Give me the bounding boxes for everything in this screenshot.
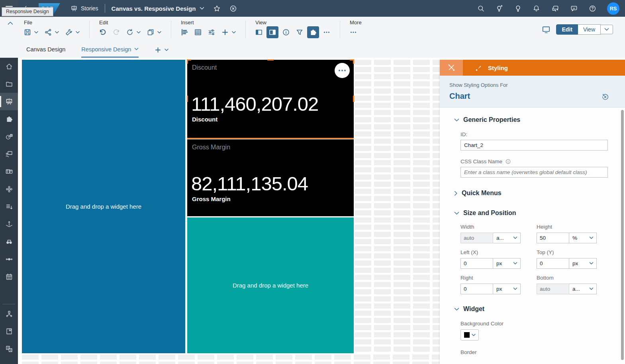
view-more-button[interactable]: [321, 26, 333, 38]
product-switch[interactable]: Stories: [71, 5, 98, 12]
undo-button[interactable]: [97, 26, 109, 38]
background-color-picker[interactable]: [460, 329, 479, 341]
height-unit-select[interactable]: %: [569, 233, 597, 243]
duplicate-button[interactable]: [145, 26, 157, 38]
nav-modeler[interactable]: [0, 180, 18, 198]
widget-more-actions-button[interactable]: [335, 63, 350, 78]
add-page-button[interactable]: [155, 42, 168, 58]
feedback-button[interactable]: [570, 5, 578, 12]
panel-scrollbar[interactable]: [621, 110, 624, 360]
search-button[interactable]: [477, 5, 485, 12]
styling-tab[interactable]: Styling: [475, 64, 508, 72]
nav-presentations[interactable]: [0, 145, 18, 163]
section-size-position[interactable]: Size and Position: [454, 209, 625, 217]
story-title-menu[interactable]: Canvas vs. Resposive Design: [112, 5, 205, 12]
right-value-input[interactable]: [460, 284, 493, 294]
tools-button[interactable]: [63, 26, 75, 38]
tools-menu-chevron[interactable]: [76, 31, 80, 34]
nav-analytic-applications[interactable]: [0, 110, 18, 128]
left-panel-toggle[interactable]: [253, 26, 265, 38]
top-y-value-input[interactable]: [537, 258, 569, 269]
section-widget[interactable]: Widget: [454, 305, 625, 313]
chevron-down-icon: [34, 31, 38, 34]
kpi-tile-discount[interactable]: Discount 111,460,207.02 Discount: [187, 60, 354, 138]
right-unit-select[interactable]: px: [493, 284, 521, 294]
user-avatar[interactable]: RS: [607, 2, 619, 15]
mode-menu-chevron[interactable]: [601, 25, 613, 34]
tab-canvas-design[interactable]: Canvas Design: [26, 42, 65, 58]
help-button[interactable]: [589, 5, 596, 12]
refresh-menu-chevron[interactable]: [137, 31, 141, 34]
info-icon[interactable]: [505, 159, 511, 164]
empty-widget-blue[interactable]: Drag and drop a widget here: [22, 60, 185, 353]
shellbar: SAP Stories Canvas vs. Resposive Design …: [0, 0, 625, 17]
left-x-unit-select[interactable]: px: [493, 258, 521, 269]
discussions-button[interactable]: [551, 5, 559, 12]
nav-dimensions[interactable]: [0, 198, 18, 215]
width-unit-select[interactable]: a...: [493, 233, 521, 243]
nav-catalog[interactable]: [0, 323, 18, 340]
save-button[interactable]: [22, 26, 33, 38]
insert-input-control-button[interactable]: [206, 26, 217, 38]
height-value-input[interactable]: [537, 233, 569, 243]
nav-search-to-insight[interactable]: [0, 233, 18, 250]
view-mode-button[interactable]: View: [578, 24, 601, 35]
section-quick-menus[interactable]: Quick Menus: [454, 190, 625, 197]
redo-button[interactable]: [110, 26, 122, 38]
selection-handle[interactable]: [353, 96, 354, 102]
nav-translation[interactable]: AX: [0, 340, 18, 358]
styling-panel-header: Styling: [440, 60, 625, 76]
selection-handle[interactable]: [350, 59, 354, 64]
details-button[interactable]: [280, 26, 292, 38]
story-canvas[interactable]: Drag and drop a widget here Discount 111…: [18, 58, 625, 364]
insert-menu-chevron[interactable]: [232, 31, 236, 34]
nav-currency[interactable]: [0, 215, 18, 233]
section-generic-properties[interactable]: Generic Properties: [454, 116, 625, 123]
save-menu-chevron[interactable]: [34, 31, 38, 34]
ai-assistant-button[interactable]: [496, 4, 504, 12]
duplicate-menu-chevron[interactable]: [157, 31, 161, 34]
builder-tab[interactable]: [440, 60, 463, 76]
top-y-unit-select[interactable]: px: [569, 258, 597, 269]
nav-processes[interactable]: [0, 250, 18, 268]
nav-security[interactable]: [0, 305, 18, 323]
device-preview-icon[interactable]: [542, 25, 551, 34]
edit-mode-button[interactable]: Edit: [556, 24, 578, 35]
bottom-unit-select[interactable]: a...: [569, 284, 597, 294]
extensions-button[interactable]: [307, 26, 319, 38]
nav-datasets[interactable]: [0, 163, 18, 180]
nav-stories[interactable]: [0, 93, 18, 110]
insights-button[interactable]: [514, 5, 522, 12]
selection-handle[interactable]: [187, 96, 188, 102]
more-button[interactable]: [347, 26, 359, 38]
selection-handle[interactable]: [267, 59, 274, 61]
filter-button[interactable]: [294, 26, 306, 38]
nav-calendar[interactable]: [0, 268, 18, 286]
css-class-input[interactable]: [460, 167, 608, 178]
notifications-button[interactable]: [533, 5, 540, 12]
share-menu-chevron[interactable]: [55, 31, 59, 34]
share-button[interactable]: [42, 26, 54, 38]
field-bottom: Bottom a...: [537, 275, 597, 294]
insert-table-button[interactable]: [192, 26, 204, 38]
refresh-button[interactable]: [124, 26, 136, 38]
nav-files[interactable]: [0, 75, 18, 93]
id-input[interactable]: [460, 140, 608, 151]
favorite-button[interactable]: [213, 5, 221, 12]
presentation-icon: [5, 150, 13, 158]
insert-chart-button[interactable]: [178, 26, 190, 38]
insert-more-button[interactable]: [219, 26, 231, 38]
selection-resize-edge[interactable]: [187, 138, 354, 139]
nav-home[interactable]: [0, 58, 18, 75]
kpi-tile-gross-margin[interactable]: Gross Margin 82,111,135.04 Gross Margin: [187, 139, 354, 216]
tab-responsive-design[interactable]: Responsive Design: [81, 42, 139, 58]
ai-lightbulb-icon: [496, 4, 504, 12]
selection-handle[interactable]: [187, 59, 191, 64]
nav-digital-boardroom[interactable]: [0, 128, 18, 145]
left-x-value-input[interactable]: [460, 258, 493, 269]
right-panel-toggle[interactable]: [266, 26, 278, 38]
collapse-toolbar-button[interactable]: [0, 17, 21, 42]
close-story-button[interactable]: [229, 5, 237, 12]
empty-widget-teal[interactable]: Drag and drop a widget here: [187, 217, 354, 353]
clear-selection-button[interactable]: [601, 93, 609, 101]
